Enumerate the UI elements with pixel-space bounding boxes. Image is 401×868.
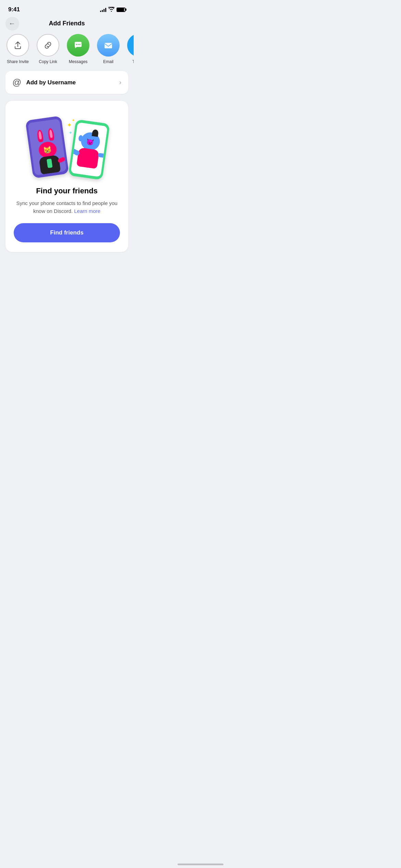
sparkle-3: ✦ xyxy=(72,118,75,123)
email-label: Email xyxy=(103,59,113,64)
svg-point-1 xyxy=(78,44,79,45)
messages-icon xyxy=(73,40,83,50)
at-symbol-icon: @ xyxy=(12,77,21,88)
find-friends-card: 😸 ✦ ✦ ✦ 😈 xyxy=(5,101,128,252)
share-invite-item[interactable]: Share Invite xyxy=(5,34,30,64)
twitter-icon-circle xyxy=(127,34,134,57)
phone-left: 😸 xyxy=(25,116,69,179)
monster-body xyxy=(76,147,99,169)
battery-icon xyxy=(117,8,125,12)
monster-character: 😈 xyxy=(72,131,105,177)
email-icon-circle xyxy=(97,34,120,57)
add-by-username-row[interactable]: @ Add by Username › xyxy=(5,71,128,94)
svg-rect-3 xyxy=(105,43,112,48)
phone-right-screen: 😈 xyxy=(71,122,108,177)
copy-link-icon-circle xyxy=(37,34,59,57)
bunny-ears xyxy=(36,128,54,142)
svg-point-2 xyxy=(80,44,81,45)
phone-left-screen: 😸 xyxy=(28,119,67,175)
share-row: Share Invite Copy Link Messages xyxy=(0,33,134,71)
status-icons xyxy=(100,7,125,13)
messages-item[interactable]: Messages xyxy=(66,34,90,64)
friends-description: Sync your phone contacts to find people … xyxy=(14,200,120,215)
share-icon xyxy=(13,40,23,50)
wifi-icon xyxy=(108,7,114,13)
back-button[interactable]: ← xyxy=(5,17,19,31)
status-time: 9:41 xyxy=(8,6,20,13)
copy-link-item[interactable]: Copy Link xyxy=(36,34,60,64)
svg-point-0 xyxy=(76,44,77,45)
sparkle-1: ✦ xyxy=(67,121,72,129)
copy-link-label: Copy Link xyxy=(39,59,57,64)
bunny-body xyxy=(39,155,61,174)
bunny-character: 😸 xyxy=(31,127,64,175)
share-invite-label: Share Invite xyxy=(7,59,29,64)
username-left: @ Add by Username xyxy=(12,77,76,88)
messages-icon-circle xyxy=(67,34,89,57)
sparkle-2: ✦ xyxy=(69,130,73,135)
twitter-icon xyxy=(133,40,134,50)
page-title: Add Friends xyxy=(49,20,85,27)
link-icon xyxy=(43,40,53,50)
friends-title: Find your friends xyxy=(36,186,98,195)
signal-icon xyxy=(100,7,106,12)
twitter-item[interactable]: Twitter xyxy=(126,34,134,64)
messages-label: Messages xyxy=(69,59,88,64)
learn-more-link[interactable]: Learn more xyxy=(74,208,100,214)
status-bar: 9:41 xyxy=(0,0,134,17)
friends-illustration: 😸 ✦ ✦ ✦ 😈 xyxy=(26,111,108,180)
phone-right: 😈 xyxy=(68,119,110,180)
header: ← Add Friends xyxy=(0,17,134,33)
email-item[interactable]: Email xyxy=(96,34,121,64)
username-label: Add by Username xyxy=(26,79,76,86)
bunny-arm xyxy=(57,156,66,163)
share-invite-icon-circle xyxy=(7,34,29,57)
email-icon xyxy=(103,40,113,50)
chevron-right-icon: › xyxy=(119,79,121,86)
twitter-label: Twitter xyxy=(132,59,134,64)
back-arrow-icon: ← xyxy=(9,20,15,27)
find-friends-button[interactable]: Find friends xyxy=(14,223,120,242)
